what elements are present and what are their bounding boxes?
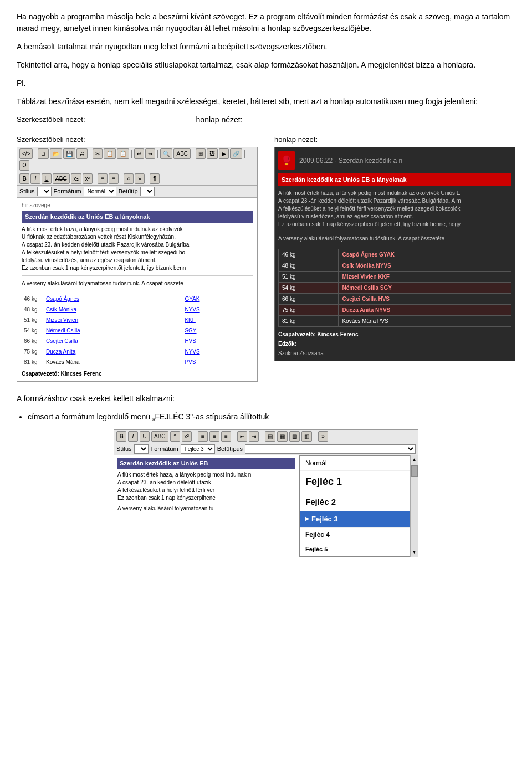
menu-item-fejlec2[interactable]: Fejléc 2 — [300, 493, 410, 512]
strikethrough-btn[interactable]: ABC — [53, 173, 70, 184]
subscript-btn[interactable]: x₂ — [71, 173, 81, 184]
paragraph-5: Táblázat beszűrása esetén, nem kell mega… — [17, 96, 515, 107]
open-btn[interactable]: 📂 — [50, 148, 62, 159]
table-btn[interactable]: ⊞ — [196, 148, 206, 159]
ol-btn[interactable]: ≡ — [109, 173, 119, 184]
dd-ul-btn[interactable]: ≡ — [198, 431, 208, 442]
symbol-btn[interactable]: Ω — [19, 160, 29, 171]
dd-indent-more-btn[interactable]: ⇥ — [249, 431, 259, 442]
betutipus-select[interactable] — [140, 187, 155, 196]
table-row: 54 kgNémedi CsillaSGY — [22, 325, 253, 336]
dd-betutipus-select[interactable] — [245, 444, 416, 454]
dd-format-bar: Stílus Formátum Fejléc 3 Betűtípus — [114, 443, 418, 455]
dd-align-r-btn[interactable]: ▧ — [289, 431, 300, 442]
dd-underline-btn[interactable]: U — [140, 431, 150, 442]
indent-less-btn[interactable]: « — [124, 173, 134, 184]
web-news-footer: A verseny alakulásáról folyamatosan tudó… — [278, 234, 511, 245]
table-row: 48 kgCsík Mónika NYVS — [279, 260, 511, 271]
dd-bold-btn[interactable]: B — [116, 431, 126, 442]
media-btn[interactable]: ▶ — [219, 148, 229, 159]
link-btn[interactable]: 🔗 — [230, 148, 242, 159]
web-news-body: A fiúk most értek haza, a lányok pedig m… — [278, 190, 511, 231]
formatum-select[interactable]: Normál — [84, 187, 116, 196]
sep-9 — [147, 175, 147, 183]
bold-btn[interactable]: B — [19, 173, 29, 184]
dd-strike-btn[interactable]: ABC — [151, 431, 168, 442]
dd-sup-btn[interactable]: ^ — [170, 431, 180, 442]
menu-item-fejlec1[interactable]: Fejléc 1 — [300, 471, 410, 493]
menu-item-fejlec5[interactable]: Fejléc 5 — [300, 542, 410, 557]
dd-italic-btn[interactable]: I — [128, 431, 138, 442]
bullet-item-1: címsort a formátum legördülő menü „FEJLÉ… — [28, 411, 515, 423]
new-btn[interactable]: 🗋 — [38, 148, 49, 159]
dropdown-scrollbar[interactable]: ▲ ▼ — [410, 455, 418, 557]
editor-view: Szerkesztőbeli nézet: </> 🗋 📂 💾 🖨 ✂ 📋 📋 … — [17, 134, 258, 382]
table-row: 66 kgCsejtei Csilla HVS — [279, 293, 511, 304]
fejlec3-label: Fejléc 3 — [311, 514, 338, 525]
stilus-select[interactable] — [37, 187, 52, 196]
menu-item-fejlec3[interactable]: ▶ Fejléc 3 — [300, 511, 410, 528]
web-date: 2009.06.22 - Szerdán kezdődik a n — [299, 156, 402, 166]
indent-more-btn[interactable]: » — [135, 173, 145, 184]
editor-toolbar-2: B I U ABC x₂ x² ≡ ≡ « » ¶ — [17, 172, 257, 186]
web-box: 🥊 2009.06.22 - Szerdán kezdődik a n Szer… — [274, 147, 515, 361]
image-btn[interactable]: 🖼 — [207, 148, 218, 159]
print-btn[interactable]: 🖨 — [76, 148, 88, 159]
ul-btn[interactable]: ≡ — [98, 173, 108, 184]
web-news-headline: Szerdán kezdődik az Uniós EB a lányoknak — [278, 173, 511, 186]
dd-ol-btn[interactable]: ≡ — [209, 431, 219, 442]
news-title-label-editor: hír szövege — [22, 201, 253, 209]
dd-align-j-btn[interactable]: ▨ — [301, 431, 312, 442]
dd-align-l-btn[interactable]: ▤ — [265, 431, 275, 442]
dd-formatum-select[interactable]: Fejléc 3 — [181, 444, 215, 454]
copy-btn[interactable]: 📋 — [104, 148, 116, 159]
scroll-thumb[interactable] — [411, 465, 418, 477]
sep-1 — [35, 150, 35, 158]
fejlec3-arrow-icon: ▶ — [305, 515, 309, 523]
dd-stilus-select[interactable] — [134, 444, 149, 454]
save-btn[interactable]: 💾 — [63, 148, 75, 159]
table-row: 46 kgCsapó Ágnes GYAK — [279, 249, 511, 260]
source-code-btn[interactable]: </> — [19, 148, 33, 159]
web-col-label: honlap nézet: — [274, 134, 515, 145]
web-captain: Csapatvezető: Kincses Ferenc — [278, 330, 511, 339]
redo-btn[interactable]: ↪ — [145, 148, 155, 159]
scroll-track — [411, 464, 418, 549]
find-btn[interactable]: 🔍 — [160, 148, 172, 159]
dropdown-box: B I U ABC ^ x² ≡ ≡ ≡ ⇤ ⇥ ▤ ▦ ▧ ▨ » Stílu… — [114, 429, 418, 558]
table-row: 81 kgKovács MáriaPVS — [22, 357, 253, 367]
underline-btn[interactable]: U — [42, 173, 52, 184]
scroll-down-btn[interactable]: ▼ — [411, 548, 418, 557]
para-btn[interactable]: ¶ — [150, 173, 160, 184]
italic-btn[interactable]: I — [30, 173, 40, 184]
sep-2 — [90, 150, 90, 158]
menu-item-fejlec4[interactable]: Fejléc 4 — [300, 528, 410, 542]
dd-ol2-btn[interactable]: ≡ — [221, 431, 231, 442]
superscript-btn[interactable]: x² — [83, 173, 93, 184]
dd-sub-btn[interactable]: x² — [182, 431, 192, 442]
spellcheck-btn[interactable]: ABC — [173, 148, 191, 159]
table-row: 51 kgMizsei Vivien KKF — [279, 271, 511, 282]
paste-btn[interactable]: 📋 — [117, 148, 129, 159]
formatum-label: Formátum — [54, 187, 81, 196]
editor-box: </> 🗋 📂 💾 🖨 ✂ 📋 📋 ↩ ↪ 🔍 ABC ⊞ 🖼 ▶ — [17, 147, 258, 382]
table-row: 75 kgDucza Anita NYVS — [279, 304, 511, 315]
menu-item-normal[interactable]: Normál — [300, 456, 410, 471]
paragraph-pl: Pl. — [17, 78, 515, 89]
table-row: 48 kgCsík MónikaNYVS — [22, 304, 253, 315]
dropdown-menu[interactable]: Normál Fejléc 1 Fejléc 2 ▶ Fejléc 3 Fejl… — [299, 455, 410, 557]
scroll-up-btn[interactable]: ▲ — [411, 455, 418, 464]
sep-6 — [244, 150, 245, 158]
cut-btn[interactable]: ✂ — [93, 148, 103, 159]
dd-article-body: A fiúk most értek haza, a lányok pedig m… — [117, 471, 295, 502]
dd-align-c-btn[interactable]: ▦ — [277, 431, 288, 442]
news-body-editor: A fiúk most értek haza, a lányok pedig m… — [22, 226, 253, 276]
table-row: 66 kgCsejtei CsillaHVS — [22, 336, 253, 346]
dd-more-btn[interactable]: » — [318, 431, 328, 442]
web-coach: Szuknai Zsuzsana — [278, 349, 511, 357]
undo-btn[interactable]: ↩ — [134, 148, 144, 159]
boxing-icon: 🥊 — [278, 151, 295, 170]
dd-formatum-label: Formátum — [151, 444, 178, 454]
dd-indent-less-btn[interactable]: ⇤ — [237, 431, 247, 442]
dd-content-area: Szerdán kezdődik az Uniós EB A fiúk most… — [114, 455, 418, 557]
